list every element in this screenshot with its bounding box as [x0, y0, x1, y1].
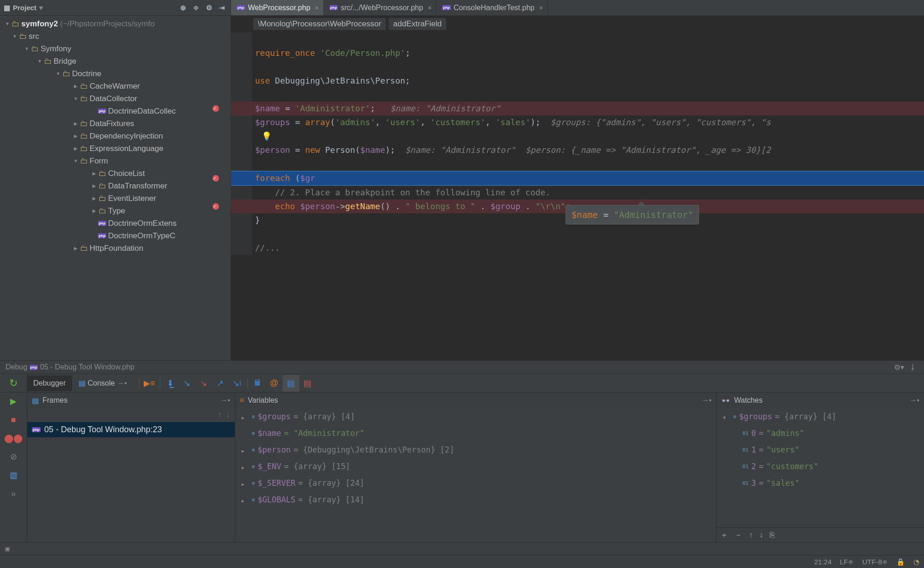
file-encoding[interactable]: UTF-8≑: [863, 558, 888, 566]
evaluate-icon[interactable]: 🖩: [249, 375, 266, 392]
locate-icon[interactable]: ⊕: [178, 3, 188, 13]
tree-arrow-icon[interactable]: [11, 34, 18, 39]
tree-item[interactable]: 🗀DataTransformer: [0, 180, 231, 192]
project-tree[interactable]: 🗀 symfony2 (~/PhpstormProjects/symfo 🗀sr…: [0, 16, 231, 360]
tree-item[interactable]: 🗀Symfony: [0, 42, 231, 55]
arrow-up-icon[interactable]: ↑: [218, 411, 222, 420]
watch-child-row[interactable]: 01 2 = "customers": [717, 458, 924, 475]
tree-item[interactable]: 🗀DataCollector: [0, 92, 231, 105]
hide-icon[interactable]: →•: [701, 396, 711, 405]
down-icon[interactable]: ↓: [760, 531, 764, 540]
force-step-into-icon[interactable]: ↘: [195, 375, 212, 392]
hide-icon[interactable]: ⇥: [217, 3, 227, 13]
tree-item[interactable]: phpDoctrineDataCollec: [0, 105, 231, 117]
watch-child-row[interactable]: 01 3 = "sales": [717, 475, 924, 491]
tree-item[interactable]: 🗀DataFixtures: [0, 117, 231, 130]
tree-arrow-icon[interactable]: [723, 412, 730, 421]
tree-arrow-icon[interactable]: [72, 133, 79, 139]
rerun-icon[interactable]: ↻: [9, 377, 18, 389]
inspector-icon[interactable]: ◔: [913, 558, 919, 566]
tree-arrow-icon[interactable]: [36, 59, 43, 64]
watch-child-row[interactable]: 01 0 = "admins": [717, 425, 924, 441]
hide-icon[interactable]: →•: [909, 396, 919, 405]
tree-item[interactable]: 🗀EventListener: [0, 192, 231, 205]
dropdown-caret-icon[interactable]: ▾: [39, 4, 43, 12]
tree-arrow-icon[interactable]: [72, 146, 79, 151]
editor-tab[interactable]: phpConsoleHandlerTest.php×: [437, 0, 548, 15]
stop-icon[interactable]: ■: [7, 414, 19, 426]
tree-arrow-icon[interactable]: [242, 445, 249, 454]
tree-arrow-icon[interactable]: [55, 71, 62, 76]
tree-item[interactable]: 🗀ExpressionLanguage: [0, 142, 231, 155]
tree-item[interactable]: 🗀ChoiceList: [0, 167, 231, 180]
variable-row[interactable]: ≡ $_SERVER = {array} [24]: [235, 475, 716, 491]
tree-root[interactable]: 🗀 symfony2 (~/PhpstormProjects/symfo: [0, 18, 231, 30]
tree-arrow-icon[interactable]: [72, 96, 79, 101]
tree-item[interactable]: 🗀HttpFoundation: [0, 242, 231, 254]
tree-arrow-icon[interactable]: [72, 121, 79, 126]
resume-icon[interactable]: ▶: [7, 395, 19, 407]
tab-debugger[interactable]: Debugger: [27, 375, 72, 391]
run-to-cursor-icon[interactable]: ↘I: [229, 375, 245, 392]
tree-item[interactable]: 🗀Type: [0, 205, 231, 217]
tree-arrow-icon[interactable]: [72, 158, 79, 163]
tree-arrow-icon[interactable]: [242, 495, 249, 504]
step-out-icon[interactable]: ↗: [212, 375, 229, 392]
download-icon[interactable]: ⭳: [907, 362, 918, 373]
view-breakpoints-icon[interactable]: ⬤⬤: [7, 432, 19, 444]
variable-row[interactable]: ≡ $_ENV = {array} [15]: [235, 458, 716, 475]
gear-icon[interactable]: ⚙: [204, 3, 214, 13]
breakpoint-icon[interactable]: [213, 175, 219, 181]
tree-item[interactable]: phpDoctrineOrmExtens: [0, 217, 231, 230]
breadcrumb-seg[interactable]: \Monolog\Processor\WebProcessor: [253, 18, 386, 30]
tree-arrow-icon[interactable]: [72, 246, 79, 251]
tree-item[interactable]: phpDoctrineOrmTypeC: [0, 230, 231, 242]
close-icon[interactable]: ×: [537, 4, 543, 12]
step-into-icon[interactable]: ↘: [179, 375, 195, 392]
tool-window-icon[interactable]: ▣: [5, 545, 10, 552]
breakpoint-icon[interactable]: [213, 203, 219, 210]
add-watch-icon[interactable]: ＋: [720, 530, 728, 540]
variable-row[interactable]: ≡ $name = "Administrator": [235, 425, 716, 441]
breakpoint-icon[interactable]: [213, 105, 219, 112]
tree-arrow-icon[interactable]: [242, 412, 249, 421]
show-exec-point-icon[interactable]: ▶≡: [141, 375, 158, 392]
editor-tab[interactable]: phpWebProcessor.php×: [231, 0, 324, 15]
tree-arrow-icon[interactable]: [91, 171, 98, 176]
collapse-all-icon[interactable]: ≑: [191, 3, 201, 13]
tree-arrow-icon[interactable]: [72, 84, 79, 89]
close-icon[interactable]: ×: [426, 4, 432, 12]
tree-item[interactable]: 🗀Form: [0, 155, 231, 167]
watch-child-row[interactable]: 01 1 = "users": [717, 441, 924, 458]
tree-item[interactable]: 🗀Doctrine: [0, 67, 231, 80]
tree-arrow-icon[interactable]: [91, 183, 98, 188]
watch-row[interactable]: ≡ $groups = {array} [4]: [717, 408, 924, 425]
caret-position[interactable]: 21:24: [814, 558, 832, 566]
variable-row[interactable]: ≡ $groups = {array} [4]: [235, 408, 716, 425]
gear-icon[interactable]: ⚙▾: [894, 362, 905, 373]
tree-arrow-icon[interactable]: [242, 462, 249, 471]
line-separator[interactable]: LF≑: [840, 558, 854, 566]
stack-frame-row[interactable]: php 05 - Debug Tool Window.php:23: [27, 422, 235, 437]
settings-icon[interactable]: ▤: [283, 375, 299, 392]
up-icon[interactable]: ↑: [749, 531, 753, 540]
tree-item[interactable]: 🗀DependencyInjection: [0, 130, 231, 142]
watch-icon[interactable]: @: [266, 375, 283, 392]
copy-icon[interactable]: ⎘: [770, 531, 774, 540]
arrow-down-icon[interactable]: ↓: [226, 411, 231, 420]
mute-breakpoints-icon[interactable]: ⊘: [7, 451, 19, 463]
tree-arrow-icon[interactable]: [242, 478, 249, 488]
lock-icon[interactable]: 🔒: [896, 558, 905, 566]
breadcrumb-seg[interactable]: addExtraField: [389, 18, 446, 30]
editor-gutter[interactable]: [231, 32, 252, 255]
tree-arrow-icon[interactable]: [4, 21, 11, 26]
tree-item[interactable]: 🗀src: [0, 30, 231, 42]
variable-row[interactable]: ≡ $GLOBALS = {array} [14]: [235, 491, 716, 508]
step-over-icon[interactable]: ⬇̲: [162, 375, 179, 392]
tab-console[interactable]: ▤ Console →•: [72, 375, 133, 391]
variable-row[interactable]: ≡ $person = {Debugging\JetBrains\Person}…: [235, 441, 716, 458]
tree-item[interactable]: 🗀Bridge: [0, 55, 231, 67]
hide-icon[interactable]: →•: [220, 396, 230, 405]
tree-item[interactable]: 🗀CacheWarmer: [0, 80, 231, 92]
pin-icon[interactable]: ▤: [299, 375, 316, 392]
